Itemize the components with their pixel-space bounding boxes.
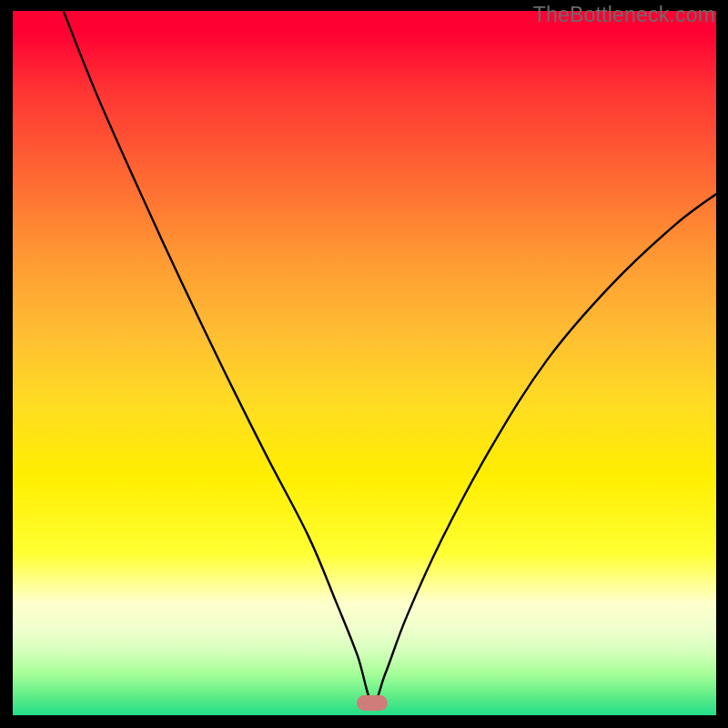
- watermark-text: TheBottleneck.com: [533, 3, 715, 27]
- chart-container: TheBottleneck.com: [0, 0, 728, 728]
- bottleneck-curve: [13, 11, 716, 715]
- optimal-marker: [357, 695, 388, 711]
- curve-path: [64, 11, 716, 703]
